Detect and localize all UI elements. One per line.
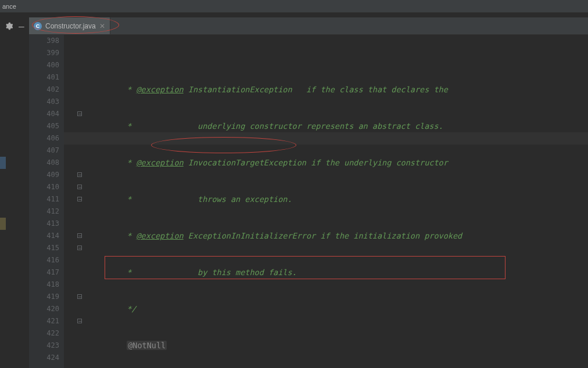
tab-filename: Constructor.java [45, 22, 96, 30]
code-line: * throws an exception. [122, 193, 588, 205]
close-tab-icon[interactable]: ✕ [99, 22, 105, 30]
code-line: * @exception InvocationTargetException i… [122, 157, 588, 169]
current-line-highlight [64, 132, 588, 145]
breakpoint-marker[interactable] [0, 157, 6, 169]
bookmark-marker[interactable] [0, 218, 6, 230]
left-margin [0, 35, 29, 368]
toolbar: — [0, 17, 29, 35]
title-bar: ance [0, 0, 588, 13]
code-line: * @exception InstantiationException if t… [122, 84, 588, 96]
code-line: * @exception ExceptionInInitializerError… [122, 230, 588, 242]
gear-icon[interactable] [5, 22, 13, 30]
code-line: * underlying constructor represents an a… [122, 120, 588, 132]
title-text: ance [2, 3, 16, 10]
code-line: * by this method fails. [122, 266, 588, 279]
line-number-gutter: 398 399 400 401 402 403 404 405 406 407 … [29, 35, 64, 368]
java-class-icon: C [34, 22, 42, 30]
folded-annotation[interactable]: @NotNull [127, 341, 167, 350]
code-line: */ [122, 303, 588, 315]
collapse-icon[interactable]: — [19, 21, 24, 32]
code-editor[interactable]: 398 399 400 401 402 403 404 405 406 407 … [0, 35, 588, 368]
code-area[interactable]: * @exception InstantiationException if t… [64, 35, 588, 368]
code-line: @NotNull [122, 340, 588, 352]
editor-tab-bar: C Constructor.java ✕ [29, 17, 588, 35]
editor-tab[interactable]: C Constructor.java ✕ [29, 17, 110, 34]
